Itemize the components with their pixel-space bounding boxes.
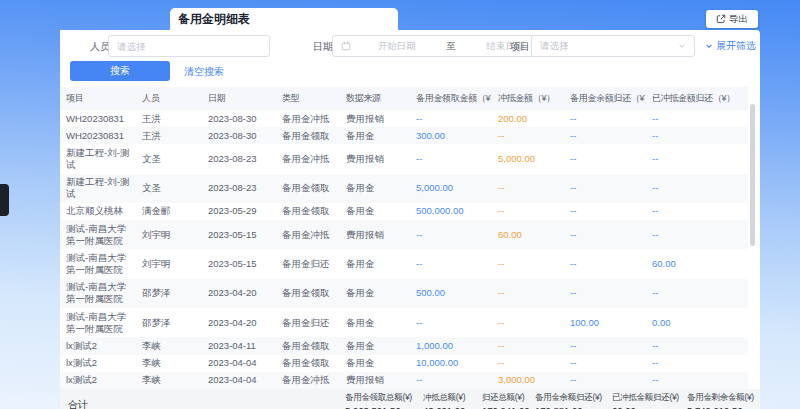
cell-source: 备用金	[340, 174, 410, 203]
table-row: 新建工程-刘-测试文圣2023-08-23备用金领取备用金5,000.00---…	[60, 174, 748, 203]
cell-person: 刘宇明	[136, 220, 202, 249]
cell-person: 王洪	[136, 127, 202, 144]
expand-chevron-icon	[705, 42, 713, 50]
cell-type: 备用金冲抵	[276, 144, 340, 173]
cell-offset: --	[492, 127, 564, 144]
cell-offset_return: --	[646, 372, 748, 389]
total-item: 归还总额(¥)170,941.00	[482, 392, 535, 409]
cell-person: 李峡	[136, 372, 202, 389]
cell-project: lx测试2	[60, 372, 136, 389]
table-row: lx测试2李峡2023-04-04备用金领取备用金10,000.00------	[60, 355, 748, 372]
project-select-field[interactable]: 请选择	[531, 35, 695, 57]
table-body: WH20230831王洪2023-08-30备用金冲抵费用报销--200.00-…	[60, 110, 748, 389]
column-header: 人员	[136, 87, 202, 110]
cell-project: lx测试2	[60, 355, 136, 372]
cell-offset: --	[492, 203, 564, 220]
cell-offset: --	[492, 337, 564, 354]
column-header: 日期	[202, 87, 276, 110]
date-filter-label: 日期	[313, 40, 333, 54]
detail-table: 项目人员日期类型数据来源备用金领取金额（¥）冲抵金额（¥）备用金余额归还（¥）已…	[60, 87, 748, 389]
cell-offset: --	[492, 308, 564, 337]
tab-petty-cash-detail[interactable]: 备用金明细表	[170, 8, 398, 30]
table-row: lx测试2李峡2023-04-04备用金冲抵费用报销--3,000.00----	[60, 372, 748, 389]
cell-type: 备用金归还	[276, 308, 340, 337]
cell-date: 2023-04-20	[202, 279, 276, 308]
expand-filters-link[interactable]: 展开筛选	[705, 39, 756, 53]
table-row: 北京顺义桃林满金郦2023-05-29备用金领取备用金500,000.00---…	[60, 203, 748, 220]
page-background: 备用金明细表 导出 人员 日期 开始日期 至 结束日期 项目 请选择	[0, 0, 800, 409]
export-button-label: 导出	[729, 13, 748, 26]
cell-received: 500,000.00	[410, 203, 492, 220]
totals-items: 备用金领取总额(¥)5,963,501.56冲抵总额(¥)43,601.00归还…	[345, 392, 760, 409]
cell-offset: 200.00	[492, 110, 564, 127]
cell-project: WH20230831	[60, 110, 136, 127]
cell-balance_return: --	[564, 110, 646, 127]
cell-date: 2023-04-11	[202, 337, 276, 354]
cell-source: 备用金	[340, 337, 410, 354]
person-filter-label: 人员	[90, 40, 110, 54]
person-select-field[interactable]	[108, 35, 270, 57]
page-title: 备用金明细表	[178, 11, 250, 28]
cell-offset_return: --	[646, 144, 748, 173]
cell-type: 备用金领取	[276, 279, 340, 308]
cell-balance_return: --	[564, 220, 646, 249]
cell-date: 2023-05-29	[202, 203, 276, 220]
cell-date: 2023-04-04	[202, 355, 276, 372]
cell-offset_return: --	[646, 174, 748, 203]
cell-offset_return: --	[646, 110, 748, 127]
column-header: 类型	[276, 87, 340, 110]
cell-balance_return: 100.00	[564, 308, 646, 337]
export-button[interactable]: 导出	[706, 10, 758, 28]
cell-type: 备用金冲抵	[276, 220, 340, 249]
cell-balance_return: --	[564, 355, 646, 372]
total-item: 备用金余额归还(¥)170,881.00	[535, 392, 612, 409]
cell-offset_return: --	[646, 279, 748, 308]
cell-project: 测试-南昌大学第一附属医院	[60, 308, 136, 337]
drawer-handle[interactable]	[0, 184, 9, 216]
cell-balance_return: --	[564, 127, 646, 144]
filter-bar: 人员 日期 开始日期 至 结束日期 项目 请选择	[60, 30, 760, 87]
table-row: lx测试2李峡2023-04-11备用金领取备用金1,000.00------	[60, 337, 748, 354]
cell-balance_return: --	[564, 174, 646, 203]
column-header: 项目	[60, 87, 136, 110]
cell-balance_return: --	[564, 279, 646, 308]
cell-project: WH20230831	[60, 127, 136, 144]
cell-person: 邵梦泽	[136, 308, 202, 337]
select-chevron-icon	[678, 42, 686, 50]
vertical-scrollbar-thumb[interactable]	[750, 104, 755, 246]
cell-received: --	[410, 144, 492, 173]
cell-received: --	[410, 110, 492, 127]
cell-date: 2023-08-23	[202, 174, 276, 203]
table-row: WH20230831王洪2023-08-30备用金冲抵费用报销--200.00-…	[60, 110, 748, 127]
table-row: 测试-南昌大学第一附属医院刘宇明2023-05-15备用金归还备用金------…	[60, 249, 748, 278]
cell-offset: 5,000.00	[492, 144, 564, 173]
cell-project: 测试-南昌大学第一附属医院	[60, 249, 136, 278]
cell-received: --	[410, 372, 492, 389]
total-item: 备用金剩余金额(¥)5,749,019.56	[687, 392, 760, 409]
cell-received: 10,000.00	[410, 355, 492, 372]
cell-date: 2023-04-20	[202, 308, 276, 337]
start-date-placeholder[interactable]: 开始日期	[351, 40, 442, 53]
person-select-input[interactable]	[109, 36, 269, 56]
total-item: 已冲抵金额归还(¥)60.00	[612, 392, 687, 409]
table-row: 测试-南昌大学第一附属医院刘宇明2023-05-15备用金冲抵费用报销--60.…	[60, 220, 748, 249]
cell-type: 备用金领取	[276, 174, 340, 203]
cell-source: 备用金	[340, 249, 410, 278]
cell-offset_return: 0.00	[646, 308, 748, 337]
column-header: 数据来源	[340, 87, 410, 110]
column-header: 已冲抵金额归还（¥）	[646, 87, 748, 110]
clear-search-link[interactable]: 清空搜索	[184, 65, 224, 79]
cell-person: 李峡	[136, 355, 202, 372]
cell-type: 备用金归还	[276, 249, 340, 278]
cell-person: 王洪	[136, 110, 202, 127]
cell-type: 备用金冲抵	[276, 110, 340, 127]
column-header: 备用金余额归还（¥）	[564, 87, 646, 110]
cell-offset: --	[492, 355, 564, 372]
cell-source: 备用金	[340, 279, 410, 308]
cell-date: 2023-05-15	[202, 249, 276, 278]
search-button[interactable]: 搜索	[70, 61, 170, 81]
cell-received: 1,000.00	[410, 337, 492, 354]
table-row: 新建工程-刘-测试文圣2023-08-23备用金冲抵费用报销--5,000.00…	[60, 144, 748, 173]
project-select-placeholder: 请选择	[540, 40, 569, 53]
column-header: 备用金领取金额（¥）	[410, 87, 492, 110]
